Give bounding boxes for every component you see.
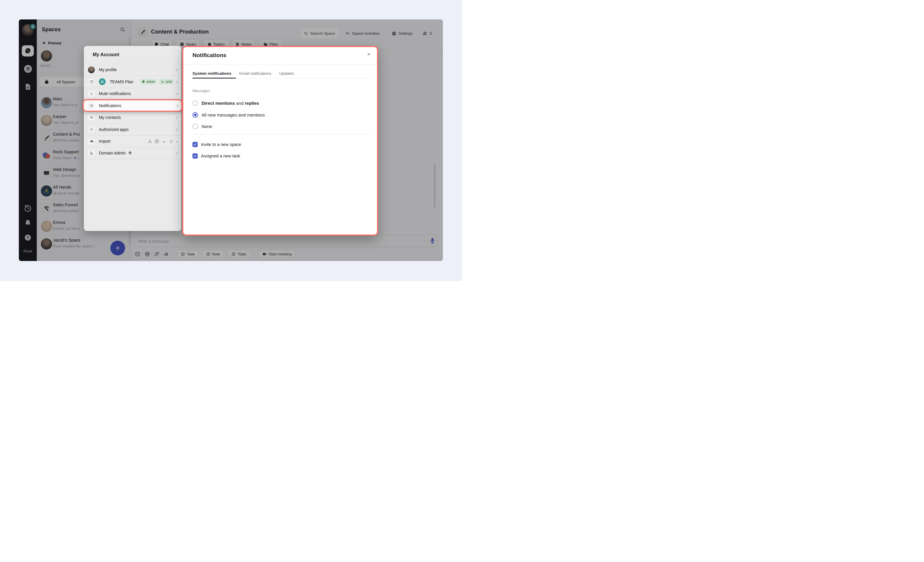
building-icon [88, 150, 95, 157]
radio-none[interactable]: None [192, 124, 212, 129]
apps-grid-icon [88, 126, 95, 133]
radio-icon [192, 100, 198, 106]
radio-icon [192, 124, 198, 129]
notifications-modal: Notifications × System notifications Ema… [182, 46, 378, 236]
radio-label: All new messages and mentions [202, 112, 265, 117]
members-icon [160, 80, 164, 84]
messages-quota-badge: 3/600 [140, 79, 157, 85]
menu-item-mute-notifications[interactable]: Mute notifications › [84, 88, 181, 100]
tab-system-notifications[interactable]: System notifications [192, 71, 231, 76]
bell-icon [88, 90, 95, 97]
asana-icon [148, 139, 152, 144]
menu-item-domain-admin[interactable]: Domain Admin › [84, 147, 181, 159]
chevron-right-icon: › [176, 67, 178, 72]
radio-direct-mentions[interactable]: Direct mentions and replies [192, 100, 259, 106]
chevron-right-icon: › [176, 91, 178, 96]
wallet-icon [88, 78, 95, 85]
gear-icon [88, 102, 95, 109]
menu-label: Domain Admin [99, 151, 126, 155]
menu-item-notifications[interactable]: Notifications › [83, 99, 183, 112]
shield-check-icon [128, 151, 132, 155]
menu-label: Notifications [99, 103, 121, 108]
chevron-right-icon: › [176, 139, 178, 144]
sync-icon [169, 139, 173, 144]
my-account-panel: My Account My profile › TEAMS Plan 3/600… [84, 46, 181, 231]
screen: ? Rock Spaces Pinned Jacob'... All Sp [0, 0, 462, 281]
chevron-right-icon: › [176, 115, 178, 120]
radio-icon-selected [192, 112, 198, 118]
chevron-right-icon: › [177, 103, 178, 108]
checkbox-checked-icon [192, 142, 198, 147]
checkbox-invite-new-space[interactable]: Invite to a new space [192, 142, 241, 147]
menu-item-authorized-apps[interactable]: Authorized apps › [84, 123, 181, 135]
close-icon[interactable]: × [367, 51, 370, 57]
radio-all-new-messages[interactable]: All new messages and mentions [192, 112, 265, 118]
tab-updates[interactable]: Updates [279, 71, 294, 76]
menu-label: Mute notifications [99, 91, 131, 96]
checkbox-label: Assigned a new task [201, 154, 240, 158]
radio-label: Direct mentions and replies [202, 100, 259, 106]
active-tab-underline [192, 78, 236, 79]
messages-section-label: Messages [192, 88, 210, 93]
menu-item-my-profile[interactable]: My profile › [84, 64, 181, 76]
chevron-right-icon: › [176, 151, 178, 156]
tab-email-notifications[interactable]: Email notifications [239, 71, 272, 76]
chevron-right-icon: › [176, 127, 178, 132]
modal-title: Notifications [192, 52, 226, 58]
menu-label: My profile [99, 67, 117, 72]
menu-item-import[interactable]: Import › [84, 135, 181, 147]
rock-coin-icon [142, 80, 145, 83]
import-sources [148, 139, 173, 144]
members-quota-badge: 3/30 [159, 79, 174, 85]
menu-label: Import [99, 139, 111, 144]
menu-label: Authorized apps [99, 127, 129, 132]
divider [183, 64, 377, 65]
checkbox-checked-icon [192, 153, 198, 159]
menu-label: My contacts [99, 115, 121, 120]
menu-item-my-contacts[interactable]: My contacts › [84, 111, 181, 124]
cloud-upload-icon [88, 138, 95, 145]
radio-label: None [202, 124, 212, 129]
divider [192, 134, 370, 135]
menu-item-teams-plan[interactable]: TEAMS Plan 3/600 3/30 › [84, 76, 181, 88]
checkbox-assigned-new-task[interactable]: Assigned a new task [192, 153, 240, 159]
menu-label: TEAMS Plan [110, 79, 133, 84]
avatar [88, 66, 95, 73]
chevron-right-icon: › [176, 79, 178, 84]
checkbox-label: Invite to a new space [201, 142, 241, 147]
my-account-title: My Account [93, 52, 119, 57]
contacts-icon [88, 114, 95, 121]
trello-icon [155, 139, 159, 144]
migrate-icon [162, 139, 166, 144]
team-plan-icon [99, 78, 106, 85]
